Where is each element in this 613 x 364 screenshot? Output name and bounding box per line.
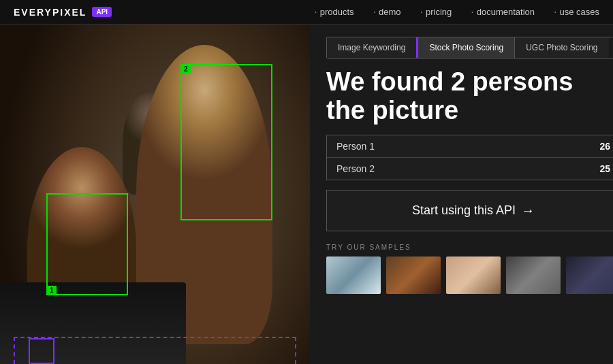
result-row-person1: Person 1 26	[327, 135, 613, 158]
heading-line2: the picture	[326, 97, 613, 125]
sample-thumbnail-2[interactable]	[386, 257, 441, 294]
content-panel: Image Keywording Stock Photo Scoring UGC…	[310, 24, 613, 364]
heading-line1: We found 2 persons	[326, 68, 613, 97]
image-panel: 1 2	[0, 24, 310, 364]
samples-row	[326, 257, 613, 294]
nav-item-pricing[interactable]: pricing	[420, 6, 452, 18]
demo-image: 1 2	[0, 24, 310, 364]
samples-label: TRY OUR SAMPLES	[326, 244, 613, 251]
sample-thumbnail-5[interactable]	[566, 257, 613, 294]
result-value-2: 25	[599, 163, 610, 174]
nav: products demo pricing documentation use …	[314, 6, 599, 18]
cta-label: Start using this API	[412, 203, 516, 218]
sample-thumbnail-4[interactable]	[506, 257, 561, 294]
main-layout: 1 2 Image Keywording Stock Photo Scoring…	[0, 24, 613, 364]
tab-stock-photo-scoring[interactable]: Stock Photo Scoring	[418, 37, 515, 58]
nav-item-products[interactable]: products	[314, 6, 353, 18]
results-table: Person 1 26 Person 2 25	[326, 135, 613, 180]
indicator-square	[29, 338, 54, 364]
header: EVERYPIXEL API products demo pricing doc…	[0, 0, 613, 24]
bottom-indicator	[14, 337, 296, 364]
result-value-1: 26	[599, 141, 610, 152]
tabs-bar: Image Keywording Stock Photo Scoring UGC…	[326, 37, 613, 59]
result-label-1: Person 1	[336, 141, 375, 152]
nav-item-demo[interactable]: demo	[373, 6, 401, 18]
api-badge: API	[92, 7, 112, 17]
logo-text: EVERYPIXEL	[14, 7, 87, 18]
cta-arrow-icon: →	[521, 203, 535, 218]
main-heading: We found 2 persons the picture	[326, 68, 613, 125]
nav-item-usecases[interactable]: use cases	[554, 6, 599, 18]
nav-item-documentation[interactable]: documentation	[471, 6, 535, 18]
samples-section: TRY OUR SAMPLES	[326, 244, 613, 294]
tab-ugc-photo-scoring[interactable]: UGC Photo Scoring	[515, 37, 608, 58]
cta-button[interactable]: Start using this API →	[326, 190, 613, 231]
sample-thumbnail-3[interactable]	[446, 257, 501, 294]
result-row-person2: Person 2 25	[327, 158, 613, 180]
tab-image-keywording[interactable]: Image Keywording	[327, 37, 418, 58]
sample-thumbnail-1[interactable]	[326, 257, 381, 294]
result-label-2: Person 2	[336, 163, 375, 174]
